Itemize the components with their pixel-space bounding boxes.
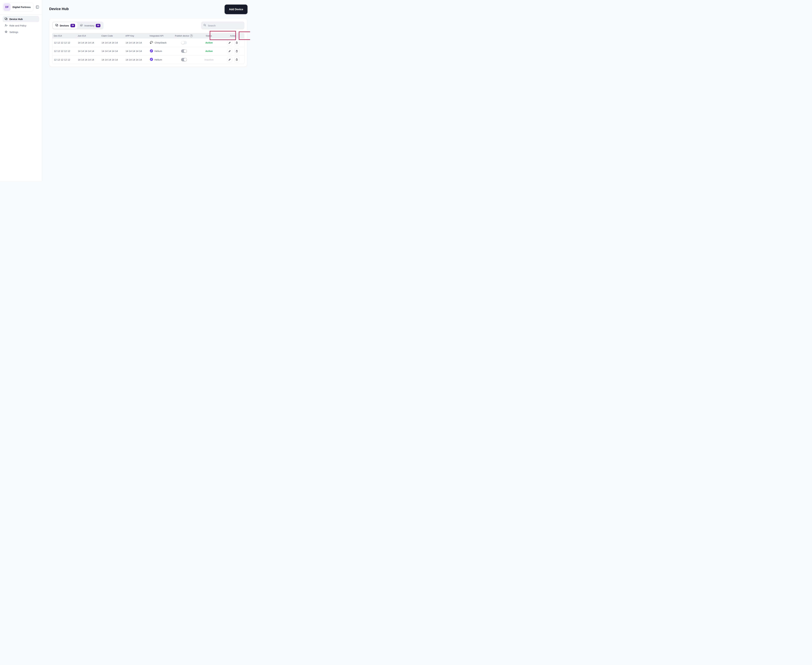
cell-join-eui: 14 14 14 14 14 — [76, 41, 100, 44]
cell-integrated-api: Helium — [148, 57, 172, 62]
status-badge: Active — [205, 50, 213, 52]
cell-app-key: 14 14 14 14 14 — [124, 50, 148, 52]
cell-claim-code: 14 14 14 14 14 — [100, 50, 124, 52]
integrated-api-name: Helium — [154, 50, 162, 52]
table-row: 12 12 12 12 12 14 14 14 14 14 14 14 14 1… — [52, 56, 244, 64]
cell-join-eui: 14 14 14 14 14 — [76, 50, 100, 52]
cell-app-key: 14 14 14 14 14 — [124, 41, 148, 44]
devices-count-badge: 39 — [71, 24, 75, 27]
device-hub-page: DF Digital Fortress Device Hu — [0, 0, 250, 181]
settings-icon — [5, 30, 8, 34]
sidebar-collapse-icon[interactable] — [36, 5, 39, 9]
cell-integrated-api: Helium — [148, 49, 172, 53]
toggle-knob — [184, 58, 187, 61]
sidebar-item-label: Settings — [10, 31, 18, 33]
publish-device-toggle[interactable] — [181, 49, 187, 53]
delete-button[interactable] — [235, 40, 239, 46]
cell-status: Inactive — [196, 58, 222, 61]
devices-icon — [55, 24, 58, 27]
add-device-button[interactable]: Add Device — [225, 5, 248, 14]
delete-button[interactable] — [235, 48, 239, 54]
cell-action — [222, 40, 244, 46]
integrated-api-name: Helium — [154, 58, 162, 61]
tab-bar: Devices 39 Inventory 08 — [52, 21, 103, 29]
publish-device-toggle[interactable] — [181, 41, 187, 44]
cell-status: Active — [196, 50, 222, 52]
table-header-row: Dev EUI Join EUI Claim Code APP Key Inte… — [52, 33, 244, 38]
column-header-action: Action — [221, 34, 244, 37]
sidebar-item-role-and-policy[interactable]: Role and Policy — [3, 23, 39, 29]
cell-publish-device — [172, 49, 196, 53]
cell-integrated-api: ChirpStack — [148, 41, 172, 45]
status-badge: Active — [205, 41, 213, 44]
edit-button[interactable] — [227, 57, 232, 62]
search-input[interactable] — [208, 24, 240, 27]
devices-card: Devices 39 Inventory 08 — [49, 19, 247, 67]
page-title: Device Hub — [49, 7, 69, 11]
sidebar-item-label: Device Hub — [10, 18, 23, 20]
sidebar-item-device-hub[interactable]: Device Hub — [3, 16, 39, 22]
cell-claim-code: 14 14 14 14 14 — [100, 41, 124, 44]
inventory-count-badge: 08 — [96, 24, 100, 27]
helium-logo — [150, 49, 153, 53]
cell-dev-eui: 12 12 12 12 12 — [52, 41, 76, 44]
tab-devices[interactable]: Devices 39 — [53, 22, 77, 29]
inventory-icon — [80, 24, 83, 27]
tab-inventory[interactable]: Inventory 08 — [77, 22, 103, 29]
chirpstack-logo — [150, 41, 153, 45]
devices-table: Dev EUI Join EUI Claim Code APP Key Inte… — [52, 33, 244, 64]
edit-button[interactable] — [227, 48, 232, 54]
workspace-avatar: DF — [3, 3, 11, 11]
edit-button[interactable] — [227, 40, 232, 46]
status-badge: Inactive — [205, 58, 213, 61]
cell-dev-eui: 12 12 12 12 12 — [52, 58, 76, 61]
column-header-status: Status — [196, 34, 221, 37]
table-row: 12 12 12 12 12 14 14 14 14 14 14 14 14 1… — [52, 38, 244, 47]
cell-action — [222, 57, 244, 62]
tab-label: Inventory — [84, 24, 95, 27]
cell-status: Active — [196, 41, 222, 44]
helium-logo — [150, 57, 153, 62]
cell-app-key: 14 14 14 14 14 — [124, 58, 148, 61]
sidebar: DF Digital Fortress Device Hu — [0, 0, 42, 181]
cell-action — [222, 48, 244, 54]
cell-publish-device — [172, 58, 196, 61]
tab-label: Devices — [60, 24, 69, 27]
workspace-name: Digital Fortress — [13, 6, 31, 8]
delete-button[interactable] — [235, 57, 239, 62]
column-header-app-key: APP Key — [124, 34, 148, 37]
toggle-knob — [181, 41, 184, 44]
sidebar-divider — [0, 15, 42, 15]
sidebar-item-label: Role and Policy — [10, 24, 26, 27]
table-row: 12 12 12 12 12 14 14 14 14 14 14 14 14 1… — [52, 47, 244, 56]
help-icon[interactable]: ? — [190, 34, 193, 37]
role-policy-icon — [5, 24, 8, 28]
toggle-knob — [184, 49, 187, 52]
column-header-label: Publish device — [175, 34, 189, 37]
sidebar-item-settings[interactable]: Settings — [3, 29, 39, 35]
search-box[interactable] — [201, 21, 244, 29]
column-header-dev-eui: Dev EUI — [52, 34, 76, 37]
publish-device-toggle[interactable] — [181, 58, 187, 61]
cell-join-eui: 14 14 14 14 14 — [76, 58, 100, 61]
search-icon — [203, 24, 206, 27]
column-header-publish-device: Publish device ? — [172, 34, 196, 37]
cell-claim-code: 14 14 14 14 14 — [100, 58, 124, 61]
table-body: 12 12 12 12 12 14 14 14 14 14 14 14 14 1… — [52, 38, 244, 64]
column-header-integrated-api: Integrated API — [148, 34, 172, 37]
cell-publish-device — [172, 41, 196, 44]
sidebar-nav: Device Hub Role and Policy — [3, 16, 39, 35]
devices-icon — [5, 17, 8, 21]
column-header-claim-code: Claim Code — [100, 34, 124, 37]
workspace-logo-card[interactable]: DF Digital Fortress — [3, 3, 33, 11]
main-content: Device Hub Add Device Devices 39 — [42, 0, 250, 181]
cell-dev-eui: 12 12 12 12 12 — [52, 50, 76, 52]
integrated-api-name: ChirpStack — [154, 41, 166, 44]
column-header-join-eui: Join EUI — [76, 34, 100, 37]
